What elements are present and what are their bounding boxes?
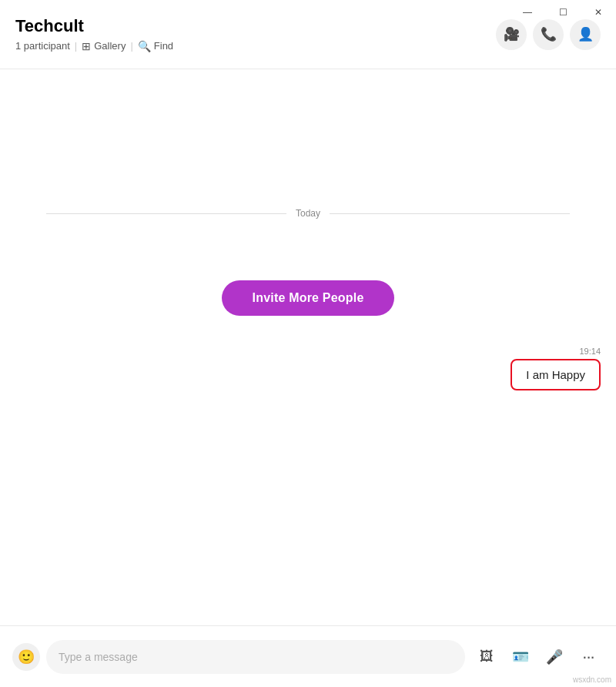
divider-line-left [46,213,286,214]
gallery-icon: ⊞ [82,40,91,52]
search-icon: 🔍 [138,40,151,52]
video-icon: 🎥 [504,26,520,42]
meta-separator-1: | [75,40,77,52]
message-text: I am Happy [526,368,585,381]
messages-area: 19:14 I am Happy [0,347,616,406]
gallery-button[interactable]: ⊞ Gallery [82,40,126,52]
emoji-button[interactable]: 🙂 [12,643,40,671]
attach-contact-button[interactable]: 🪪 [505,642,536,672]
header-left: Techcult 1 participant | ⊞ Gallery | 🔍 F… [15,16,173,52]
date-divider-text: Today [296,208,320,219]
message-bubble: I am Happy [511,359,601,390]
watermark: wsxdn.com [573,675,611,684]
message-input[interactable] [59,651,453,663]
find-label: Find [154,40,173,52]
contact-icon: 🪪 [512,648,529,665]
emoji-icon: 🙂 [18,648,35,665]
more-options-button[interactable]: ··· [573,642,604,672]
invite-more-people-button[interactable]: Invite More People [222,280,395,316]
chat-title: Techcult [15,16,173,36]
attach-image-button[interactable]: 🖼 [471,642,502,672]
input-actions: 🖼 🪪 🎤 ··· [471,642,604,672]
divider-line-right [330,213,570,214]
title-bar: — ☐ ✕ [510,0,616,25]
close-button[interactable]: ✕ [581,0,616,25]
minimize-button[interactable]: — [510,0,545,25]
message-input-wrap [46,640,465,674]
message-group: 19:14 I am Happy [511,347,601,390]
gallery-label: Gallery [94,40,126,52]
input-bar: 🙂 🖼 🪪 🎤 ··· [0,625,616,687]
find-button[interactable]: 🔍 Find [138,40,173,52]
phone-icon: 📞 [541,26,557,42]
microphone-button[interactable]: 🎤 [539,642,570,672]
participants-label[interactable]: 1 participant [15,40,70,52]
add-person-icon: 👤 [578,26,594,42]
chat-area: Today Invite More People 19:14 I am Happ… [0,69,616,625]
mic-icon: 🎤 [546,648,563,665]
message-time: 19:14 [579,347,601,356]
more-icon: ··· [582,647,594,667]
date-divider: Today [0,193,616,234]
meta-separator-2: | [130,40,132,52]
image-icon: 🖼 [480,648,494,665]
chat-meta: 1 participant | ⊞ Gallery | 🔍 Find [15,40,173,52]
maximize-button[interactable]: ☐ [545,0,581,25]
invite-area: Invite More People [0,234,616,347]
